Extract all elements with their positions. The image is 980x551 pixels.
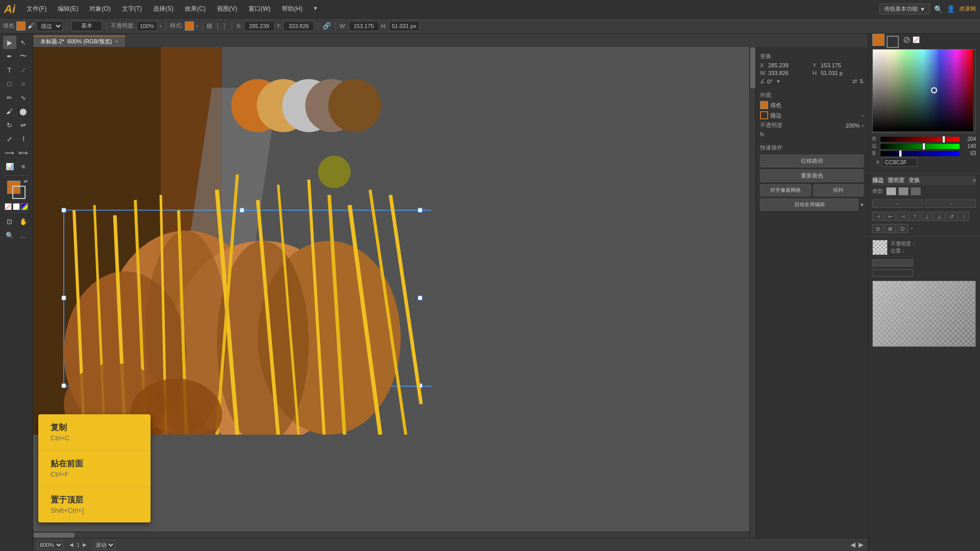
opacity-expand-icon[interactable]: › [159,22,161,30]
menu-select[interactable]: 选择(S) [148,3,179,15]
stroke-none-icon[interactable]: ⊘ [903,34,911,45]
stroke-input[interactable] [71,21,102,31]
bar-graph-tool[interactable]: ≡ [17,160,30,173]
left-arrow-btn[interactable]: ◀ [850,541,855,548]
g-slider-track[interactable] [880,144,960,149]
type-path-tool[interactable]: ⟋ [17,63,30,77]
type-tool[interactable]: T [3,63,16,77]
move-path-btn[interactable]: 位移路径 [760,155,864,167]
width-tool[interactable]: ⟺ [17,146,30,159]
dist-3[interactable]: ⊡ [897,224,908,233]
reflect-tool[interactable]: ⇌ [17,118,30,132]
ellipse-tool[interactable]: ○ [17,77,30,90]
context-menu-item-paste-front[interactable]: 贴在前面 Ctrl+F [38,450,151,487]
more-tools[interactable]: … [17,229,30,242]
none-icon[interactable] [913,36,920,43]
arrow-right-select[interactable]: → [925,199,976,208]
curvature-tool[interactable]: 〜 [17,49,30,63]
align-mid-btn[interactable]: ⊥ [921,212,933,221]
angle-dropdown-icon[interactable]: ▾ [777,78,780,85]
scroll-thumb-v[interactable] [750,47,755,88]
smooth-tool[interactable]: ∿ [17,91,30,104]
flip-btn[interactable]: ↕ [958,212,969,221]
align-bottom-btn[interactable]: ⊥ [934,212,945,221]
align-right-btn[interactable]: ⊣ [897,212,908,221]
right-arrow-btn[interactable]: ▶ [859,541,864,548]
style-expand-icon[interactable]: › [196,22,198,30]
stroke-color-box[interactable] [12,186,26,199]
view-mode-select[interactable]: 滚动 [93,540,115,549]
gradient-fill-icon[interactable] [21,203,28,210]
w-input[interactable] [349,21,379,31]
mode-select[interactable]: 描边 填色 [36,21,63,31]
menu-more[interactable]: ▾ [309,3,322,15]
fill-indicator[interactable] [760,101,768,109]
global-edit-btn[interactable]: 启动全局编辑 [760,198,859,211]
color-canvas[interactable] [873,49,973,131]
arrow-left-select[interactable]: ← [872,199,923,208]
type-option-2[interactable] [898,187,909,195]
artboard-tool[interactable]: ⊡ [3,215,16,228]
g-slider-thumb[interactable] [922,143,925,150]
menu-help[interactable]: 帮助(H) [277,3,308,15]
fill-color-swatch[interactable] [16,21,26,31]
none-fill-icon[interactable] [5,203,12,210]
type-option-3[interactable] [911,187,921,195]
scrollbar-horizontal[interactable] [33,532,749,538]
appearance-collapse[interactable]: ≡ [973,178,976,183]
b-slider-track[interactable] [880,151,960,156]
menu-view[interactable]: 视图(V) [212,3,242,15]
pencil-tool[interactable]: ✏ [3,91,16,104]
align-center-btn[interactable]: ⊢ [885,212,896,221]
pen-tool[interactable]: ✒ [3,49,16,63]
context-menu-item-copy[interactable]: 复制 Ctrl+C [38,414,151,450]
menu-file[interactable]: 文件(F) [21,3,52,15]
column-graph-tool[interactable]: 📊 [3,160,16,173]
menu-text[interactable]: 文字(T) [117,3,147,15]
zoom-tool[interactable]: 🔍 [3,229,16,242]
transform-icon[interactable]: ⊞ [207,22,212,30]
tab-untitled2[interactable]: 未标题-2* 600% (RGB/预览) × [33,36,126,47]
dist-1[interactable]: ⊟ [872,224,884,233]
nav-prev[interactable]: ◀ [67,542,76,548]
flip-v-icon[interactable]: ⇅ [859,78,864,85]
scrollbar-vertical[interactable] [749,47,755,538]
zoom-select[interactable]: 600% 400% 200% 100% [37,540,63,549]
x-input[interactable] [244,21,275,31]
background-color-swatch[interactable] [887,36,899,48]
align-grid-btn[interactable]: 对齐像素网格 [760,184,811,196]
canvas-area[interactable]: 复制 Ctrl+C 贴在前面 Ctrl+F 置于顶层 Shift+Ctrl+] [33,47,755,538]
brush-icon[interactable]: 🖌 [28,22,34,30]
hex-input[interactable] [881,158,917,167]
rotate-tool[interactable]: ↻ [3,118,16,132]
rect-tool[interactable]: □ [3,77,16,90]
tab-close-button[interactable]: × [115,39,118,44]
link-icon[interactable]: 🔗 [323,22,331,30]
shear-tool[interactable]: ⌇ [17,132,30,145]
align-icon[interactable]: ⋮⋮ [214,22,228,30]
b-slider-thumb[interactable] [899,150,902,157]
flip-h-icon[interactable]: ⇄ [852,78,857,85]
white-fill-icon[interactable] [13,203,20,210]
type-option-1[interactable] [886,187,896,195]
nav-next[interactable]: ▶ [81,542,89,548]
menu-effect[interactable]: 效果(C) [180,3,211,15]
menu-object[interactable]: 对象(O) [84,3,115,15]
context-menu-item-bring-top[interactable]: 置于顶层 Shift+Ctrl+] [38,487,151,522]
stroke-expand[interactable]: › [862,112,864,118]
opacity-input[interactable] [137,21,157,31]
direct-select-tool[interactable]: ↖ [17,36,30,49]
scale-tool[interactable]: ⤢ [3,132,16,145]
y-input[interactable] [283,21,314,31]
h-input[interactable] [389,21,420,31]
search-icon[interactable]: 🔍 [934,5,943,13]
menu-window[interactable]: 窗口(W) [243,3,276,15]
artwork-canvas[interactable] [33,47,431,435]
warp-tool[interactable]: ⟿ [3,146,16,159]
style-swatch[interactable] [185,21,194,31]
select-tool[interactable]: ▶ [3,36,16,49]
r-slider-thumb[interactable] [942,136,945,143]
dist-2[interactable]: ⊠ [885,224,896,233]
paintbrush-tool[interactable]: 🖌 [3,105,16,118]
align-top-btn[interactable]: ⊤ [909,212,920,221]
